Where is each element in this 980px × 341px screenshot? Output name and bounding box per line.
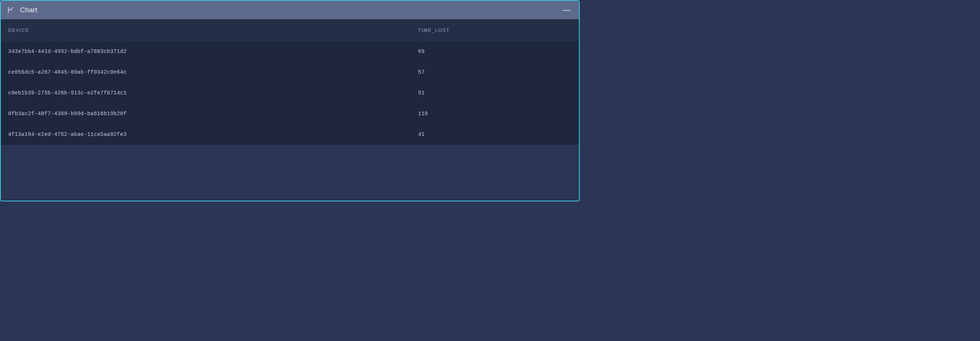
column-header-device[interactable]: DEVICE [8, 27, 418, 33]
table-row[interactable]: 4f13a194-e2ed-4752-abae-11ca5aa92fe3 41 [1, 124, 579, 145]
cell-time-lost: 69 [418, 48, 571, 54]
table-body: 343e7bb4-441d-4992-bdbf-a7883cb371d2 69 … [1, 41, 579, 145]
cell-device: 0fb3ac2f-40f7-4369-b99d-ba616b19b20f [8, 111, 418, 116]
minimize-icon[interactable]: — [561, 6, 572, 14]
panel-title: Chart [20, 6, 556, 14]
cell-time-lost: 57 [418, 69, 571, 75]
table-row[interactable]: 0fb3ac2f-40f7-4369-b99d-ba616b19b20f 119 [1, 103, 579, 124]
cell-device: 4f13a194-e2ed-4752-abae-11ca5aa92fe3 [8, 131, 418, 137]
table-row[interactable]: c0eb1b39-275b-426b-913c-e2fe7f6714c1 51 [1, 83, 579, 103]
line-chart-icon [7, 6, 15, 14]
cell-time-lost: 41 [418, 131, 571, 137]
column-header-time-lost[interactable]: TIME_LOST [418, 27, 571, 33]
chart-panel: Chart — DEVICE TIME_LOST 343e7bb4-441d-4… [0, 0, 580, 201]
cell-time-lost: 119 [418, 111, 571, 116]
panel-header: Chart — [1, 1, 579, 19]
cell-device: ce056dc5-a267-4045-89ab-ff0342c0e64c [8, 69, 418, 75]
table-row[interactable]: ce056dc5-a267-4045-89ab-ff0342c0e64c 57 [1, 62, 579, 83]
cell-device: c0eb1b39-275b-426b-913c-e2fe7f6714c1 [8, 90, 418, 96]
table-header-row: DEVICE TIME_LOST [1, 19, 579, 41]
cell-device: 343e7bb4-441d-4992-bdbf-a7883cb371d2 [8, 48, 418, 54]
table-row[interactable]: 343e7bb4-441d-4992-bdbf-a7883cb371d2 69 [1, 41, 579, 62]
cell-time-lost: 51 [418, 90, 571, 96]
